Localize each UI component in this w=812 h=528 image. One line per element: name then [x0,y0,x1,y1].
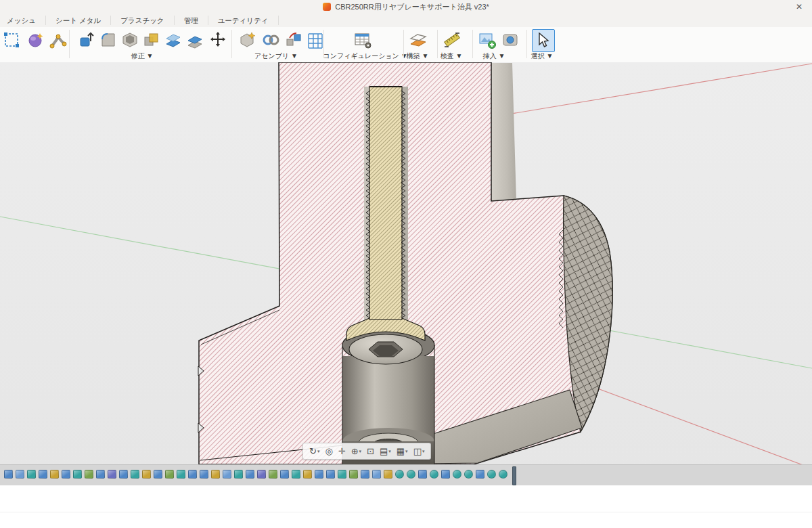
joint-icon[interactable] [261,30,280,49]
timeline-feature-icon[interactable] [119,470,128,479]
zoom-icon[interactable]: ⊕▾ [348,444,364,458]
timeline-feature-icon[interactable] [223,470,231,479]
look-at-icon[interactable]: ◎ [322,444,335,458]
timeline-feature-icon[interactable] [200,470,208,479]
timeline-feature-icon[interactable] [499,470,508,479]
timeline-feature-icon[interactable] [395,470,404,479]
as-built-joint-icon[interactable] [284,30,303,49]
timeline-feature-icon[interactable] [177,470,185,479]
timeline-feature-icon[interactable] [476,470,484,479]
timeline-feature-icon[interactable] [154,470,162,479]
tab-utilities[interactable]: ユーティリティ [208,16,279,25]
title-bar: CBR250RR用リヤブレーキサポート治具 v23* ✕ [0,0,812,14]
configuration-group-label[interactable]: コンフィギュレーション ▼ [323,51,407,61]
timeline-feature-icon[interactable] [108,470,116,479]
insert-group-label[interactable]: 挿入 ▼ [483,51,505,61]
timeline-feature-icon[interactable] [85,470,93,479]
timeline-feature-icon[interactable] [453,470,461,479]
navigation-bar: ↻▾◎✛⊕▾⊡▤▾▦▾◫▾ [302,443,431,460]
tab-manage[interactable]: 管理 [175,16,208,25]
viewports-icon[interactable]: ◫▾ [411,444,428,458]
timeline-feature-icon[interactable] [50,470,59,479]
sketch-box-icon[interactable] [3,30,22,49]
timeline-feature-icon[interactable] [234,470,243,479]
timeline-feature-icon[interactable] [349,470,358,479]
construct-plane-icon[interactable] [409,30,428,49]
form-icon[interactable] [26,30,45,49]
timeline-feature-icon[interactable] [188,470,197,479]
timeline-feature-icon[interactable] [326,470,335,479]
pan-icon[interactable]: ✛ [336,444,348,458]
fillet-icon[interactable] [99,30,118,49]
close-icon[interactable]: ✕ [793,1,805,12]
select-group-label[interactable]: 選択 ▼ [531,51,554,61]
move-icon[interactable] [208,30,227,49]
timeline-feature-icon[interactable] [384,470,392,479]
timeline-feature-icon[interactable] [27,470,36,479]
timeline-feature-icon[interactable] [407,470,415,479]
timeline-feature-icon[interactable] [131,470,139,479]
press-pull-icon[interactable] [77,30,96,49]
timeline-feature-icon[interactable] [165,470,174,479]
modify-group-label[interactable]: 修正 ▼ [131,51,154,61]
timeline-feature-icon[interactable] [73,470,82,479]
pipe-icon[interactable] [49,30,68,49]
timeline-feature-icon[interactable] [464,470,473,479]
timeline-marker[interactable] [512,466,516,485]
bolt-shaft-section [369,87,402,320]
bottom-whitespace [0,485,812,528]
tab-plastic[interactable]: プラスチック [111,16,174,25]
timeline-feature-icon[interactable] [292,470,300,479]
timeline-feature-icon[interactable] [487,470,496,479]
combine-icon[interactable] [142,30,161,49]
timeline-feature-icon[interactable] [62,470,70,479]
select-cursor-icon[interactable] [533,30,552,49]
grid-icon[interactable]: ▦▾ [394,444,411,458]
decal-icon[interactable] [501,30,520,49]
viewport-canvas[interactable]: MO [0,62,812,464]
timeline-feature-icon[interactable] [361,470,369,479]
timeline-feature-icon[interactable] [211,470,220,479]
configuration-table-icon[interactable] [353,30,372,49]
fusion-logo-icon [323,3,331,11]
timeline-bar [0,464,812,486]
timeline-feature-icon[interactable] [303,470,312,479]
document-title: CBR250RR用リヤブレーキサポート治具 v23* [335,2,489,12]
thicken-icon[interactable] [185,30,204,49]
fit-icon[interactable]: ⊡ [364,444,377,458]
timeline-feature-icon[interactable] [315,470,323,479]
construct-group-label[interactable]: 構築 ▼ [407,51,429,61]
timeline-feature-icon[interactable] [96,470,105,479]
main-toolbar: 修正 ▼ アセンブリ ▼ コンフィギュレーション ▼ 構築 ▼ 検査 ▼ [0,27,812,63]
insert-canvas-icon[interactable] [478,30,497,49]
timeline-feature-icon[interactable] [372,470,381,479]
model-section-view: MO [0,62,812,464]
display-settings-icon[interactable]: ▤▾ [377,444,394,458]
timeline-feature-icon[interactable] [257,470,266,479]
timeline-feature-icon[interactable] [246,470,254,479]
timeline-feature-icon[interactable] [16,470,24,479]
timeline-feature-icon[interactable] [280,470,289,479]
new-component-icon[interactable] [238,30,257,49]
timeline-feature-icon[interactable] [269,470,277,479]
timeline-feature-icon[interactable] [338,470,346,479]
tab-sheet-metal[interactable]: シート メタル [46,16,111,25]
timeline-feature-icon[interactable] [418,470,427,479]
measure-icon[interactable] [443,30,461,49]
tab-mesh[interactable]: メッシュ [0,16,46,25]
timeline-feature-icon[interactable] [441,470,450,479]
boss-outer-surface [491,63,516,201]
timeline-feature-icon[interactable] [142,470,151,479]
timeline-feature-list [4,470,510,479]
pattern-table-icon[interactable] [306,30,325,49]
offset-face-icon[interactable] [164,30,183,49]
toolbar-tabs: メッシュ シート メタル プラスチック 管理 ユーティリティ [0,14,812,27]
timeline-feature-icon[interactable] [4,470,13,479]
inspect-group-label[interactable]: 検査 ▼ [441,51,463,61]
bottom-divider [0,512,812,512]
timeline-feature-icon[interactable] [430,470,438,479]
assemble-group-label[interactable]: アセンブリ ▼ [254,51,298,61]
orbit-icon[interactable]: ↻▾ [307,444,322,458]
shell-icon[interactable] [120,30,139,49]
timeline-feature-icon[interactable] [39,470,47,479]
